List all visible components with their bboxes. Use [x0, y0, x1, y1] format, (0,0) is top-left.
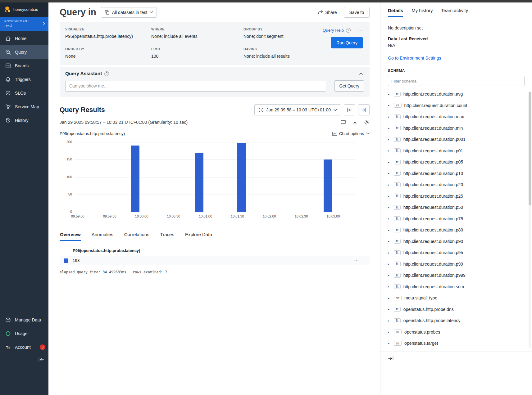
chart-bar[interactable] [324, 159, 332, 212]
details-tab-my-history[interactable]: My history [412, 8, 433, 17]
result-row[interactable]: 198⋯ [60, 256, 370, 265]
sidebar-item-home[interactable]: Home [0, 32, 48, 45]
schema-field-row[interactable]: ▸flthttp.client.request.duration.p10 [388, 168, 525, 179]
schema-field-row[interactable]: ▸flthttp.client.request.duration.p999 [388, 270, 525, 281]
expand-caret-icon[interactable]: ▸ [388, 104, 391, 107]
where-clause[interactable]: WHERE None; include all events [151, 27, 243, 39]
help-icon[interactable]: ? [346, 28, 351, 33]
having-clause[interactable]: HAVING None; include all results [243, 47, 309, 59]
schema-field-row[interactable]: ▸flthttp.client.request.duration.sum [388, 281, 525, 293]
schema-field-row[interactable]: ▸flthttp.client.request.duration.p05 [388, 156, 525, 168]
assistant-input[interactable] [65, 81, 326, 92]
expand-caret-icon[interactable]: ▸ [388, 126, 391, 130]
details-tab-details[interactable]: Details [388, 8, 403, 17]
expand-caret-icon[interactable]: ▸ [388, 285, 391, 288]
sidebar-item-account[interactable]: Account3 [0, 340, 48, 354]
results-tab-explore-data[interactable]: Explore Data [185, 230, 212, 241]
expand-caret-icon[interactable]: ▸ [388, 228, 391, 232]
help-icon[interactable]: ? [104, 71, 109, 76]
collapse-sidebar-icon[interactable] [38, 357, 44, 362]
schema-field-row[interactable]: ▸flthttp.client.request.duration.p20 [388, 179, 525, 191]
expand-caret-icon[interactable]: ▸ [388, 172, 391, 175]
details-tab-team-activity[interactable]: Team activity [441, 8, 468, 17]
environment-selector[interactable]: ENVIRONMENT test [0, 17, 48, 31]
expand-caret-icon[interactable]: ▸ [388, 251, 391, 254]
schema-field-row[interactable]: ▸flthttp.client.request.duration.p80 [388, 224, 525, 236]
honeycomb-logo[interactable]: honeycomb.io [0, 2, 48, 17]
collapse-details-icon[interactable] [388, 356, 532, 361]
schema-field-row[interactable]: ▸flthttp.client.request.duration.p99 [388, 258, 525, 270]
expand-caret-icon[interactable]: ▸ [388, 296, 391, 300]
query-help-link[interactable]: Query Help [323, 28, 344, 33]
expand-caret-icon[interactable]: ▸ [388, 149, 391, 152]
sidebar-item-service-map[interactable]: Service Map [0, 100, 48, 114]
time-range-selector[interactable]: Jan 29 09:58 – 10:03 UTC+01:00 [254, 104, 341, 115]
expand-caret-icon[interactable]: ▸ [388, 183, 391, 186]
schema-field-row[interactable]: ▸strmeta.signal_type [388, 292, 525, 304]
expand-caret-icon[interactable]: ▸ [388, 92, 391, 96]
expand-caret-icon[interactable]: ▸ [388, 307, 391, 311]
order-by-clause[interactable]: ORDER BY None [65, 47, 151, 59]
sidebar-item-history[interactable]: History [0, 114, 48, 127]
expand-caret-icon[interactable]: ▸ [388, 194, 391, 198]
limit-clause[interactable]: LIMIT 100 [151, 47, 243, 59]
schema-field-row[interactable]: ▸fltopenstatus.http.probe.dns [388, 304, 525, 315]
expand-caret-icon[interactable]: ▸ [388, 330, 391, 334]
expand-caret-icon[interactable]: ▸ [388, 262, 391, 266]
schema-field-row[interactable]: ▸flthttp.client.request.duration.min [388, 123, 525, 134]
schema-field-row[interactable]: ▸flthttp.client.request.duration.max [388, 111, 525, 123]
expand-caret-icon[interactable]: ▸ [388, 206, 391, 209]
expand-caret-icon[interactable]: ▸ [388, 342, 391, 345]
chart-options-button[interactable]: Chart options [332, 131, 370, 136]
scrollbar-thumb[interactable] [529, 92, 531, 205]
collapse-assistant-icon[interactable] [359, 73, 364, 75]
chart-bar[interactable] [195, 153, 203, 212]
sidebar-item-boards[interactable]: Boards [0, 59, 48, 73]
schema-field-row[interactable]: ▸flthttp.client.request.duration.p50 [388, 202, 525, 213]
schema-field-row[interactable]: ▸inthttp.client.request.duration.count [388, 100, 525, 111]
schema-field-row[interactable]: ▸fltopenstatus.http.probe.latency [388, 315, 525, 326]
environment-settings-link[interactable]: Go to Environment Settings [388, 56, 441, 61]
sidebar-item-triggers[interactable]: Triggers [0, 73, 48, 86]
next-time-window-button[interactable] [358, 104, 370, 115]
results-tab-correlations[interactable]: Correlations [124, 230, 150, 241]
expand-caret-icon[interactable]: ▸ [388, 138, 391, 141]
expand-caret-icon[interactable]: ▸ [388, 274, 391, 277]
run-query-button[interactable]: Run Query [331, 37, 363, 48]
expand-caret-icon[interactable]: ▸ [388, 160, 391, 164]
schema-field-row[interactable]: ▸flthttp.client.request.duration.p95 [388, 247, 525, 258]
comment-icon[interactable] [340, 120, 346, 125]
expand-caret-icon[interactable]: ▸ [388, 217, 391, 220]
schema-field-row[interactable]: ▸flthttp.client.request.duration.p75 [388, 213, 525, 225]
chart-bar[interactable] [131, 146, 139, 212]
chart-bar[interactable] [237, 143, 246, 212]
expand-caret-icon[interactable]: ▸ [388, 240, 391, 243]
share-button[interactable]: Share [318, 10, 337, 15]
schema-field-row[interactable]: ▸stropenstatus.target [388, 338, 525, 349]
get-query-button[interactable]: Get Query [334, 80, 364, 92]
save-to-button[interactable]: Save to [344, 7, 370, 18]
schema-filter-input[interactable] [388, 76, 525, 86]
download-icon[interactable] [352, 120, 357, 125]
expand-caret-icon[interactable]: ▸ [388, 319, 391, 322]
sidebar-item-usage[interactable]: Usage [0, 327, 48, 340]
dataset-selector[interactable]: All datasets in test [101, 7, 157, 18]
schema-field-row[interactable]: ▸flthttp.client.request.duration.p001 [388, 134, 525, 145]
expand-caret-icon[interactable]: ▸ [388, 115, 391, 119]
results-tab-anomalies[interactable]: Anomalies [91, 230, 114, 241]
sidebar-item-query[interactable]: Query [0, 45, 48, 59]
row-more-icon[interactable]: ⋯ [354, 258, 359, 263]
sidebar-item-slos[interactable]: SLOs [0, 86, 48, 100]
schema-field-row[interactable]: ▸flthttp.client.request.duration.p01 [388, 145, 525, 157]
sidebar-item-manage-data[interactable]: Manage Data [0, 313, 48, 327]
results-tab-traces[interactable]: Traces [160, 230, 175, 241]
results-tab-overview[interactable]: Overview [60, 230, 81, 241]
visualize-clause[interactable]: VISUALIZE P95(openstatus.http.probe.late… [65, 27, 151, 39]
schema-field-row[interactable]: ▸flthttp.client.request.duration.avg [388, 88, 525, 100]
previous-time-window-button[interactable] [344, 104, 355, 115]
group-by-clause[interactable]: GROUP BY None; don't segment [243, 27, 309, 39]
more-options-icon[interactable]: ⋯ [358, 27, 363, 33]
gear-icon[interactable] [364, 119, 370, 125]
schema-field-row[interactable]: ▸flthttp.client.request.duration.p90 [388, 236, 525, 247]
schema-field-row[interactable]: ▸flthttp.client.request.duration.p25 [388, 191, 525, 202]
